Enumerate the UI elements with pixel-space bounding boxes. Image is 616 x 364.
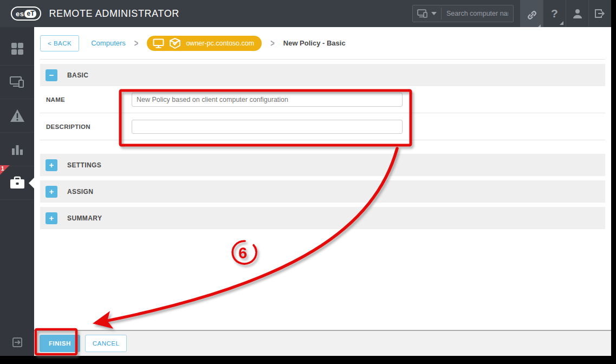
- bar-chart-icon: [10, 143, 24, 156]
- sidebar-collapse-button[interactable]: [0, 336, 34, 348]
- help-icon: ?: [551, 7, 558, 20]
- collapse-panel-icon: [11, 336, 23, 348]
- section-settings-label: SETTINGS: [67, 161, 101, 169]
- warning-triangle-icon: [9, 108, 25, 123]
- sidebar-item-admin[interactable]: 1: [0, 166, 34, 200]
- sidebar-item-computers[interactable]: [0, 66, 34, 99]
- description-row: DESCRIPTION: [40, 113, 605, 140]
- sidebar-item-threats[interactable]: [0, 99, 34, 133]
- dashboard-grid-icon: [10, 42, 24, 56]
- app-title: REMOTE ADMINISTRATOR: [49, 8, 179, 20]
- collapse-section-button[interactable]: −: [46, 69, 57, 81]
- dropdown-corner-icon: [560, 21, 563, 25]
- section-settings-header[interactable]: + SETTINGS: [40, 154, 605, 176]
- section-assign-header[interactable]: + ASSIGN: [40, 180, 605, 203]
- notification-badge: 1: [0, 165, 13, 179]
- section-basic-label: BASIC: [67, 72, 88, 79]
- computer-badge-name: owner-pc.contoso.com: [186, 40, 254, 47]
- app-window: eseT REMOTE ADMINISTRATOR: [0, 0, 616, 364]
- search-filter-dropdown[interactable]: [413, 9, 441, 18]
- section-summary-header[interactable]: + SUMMARY: [40, 207, 605, 229]
- active-item-caret: [29, 178, 34, 188]
- finish-button[interactable]: FINISH: [40, 335, 80, 352]
- divider: [40, 59, 605, 60]
- eset-logo-text: es: [16, 10, 24, 18]
- sidebar-item-dashboard[interactable]: [0, 32, 34, 66]
- page-title: New Policy - Basic: [283, 39, 346, 47]
- breadcrumb-computers-link[interactable]: Computers: [91, 39, 126, 47]
- description-label: DESCRIPTION: [46, 123, 132, 130]
- help-button[interactable]: ?: [543, 0, 566, 27]
- computer-search: [412, 5, 514, 22]
- section-assign-label: ASSIGN: [67, 188, 93, 196]
- top-bar: eseT REMOTE ADMINISTRATOR: [0, 0, 611, 27]
- computers-icon: [9, 75, 25, 89]
- policy-description-input[interactable]: [132, 120, 403, 134]
- logout-button[interactable]: [588, 0, 611, 27]
- user-menu-button[interactable]: [566, 0, 588, 27]
- wizard-footer: FINISH CANCEL: [34, 330, 611, 356]
- main-content: < BACK Computers >: [34, 27, 611, 356]
- breadcrumb: < BACK Computers >: [34, 27, 611, 59]
- caret-down-icon: [431, 12, 437, 15]
- expand-section-button[interactable]: +: [46, 186, 57, 198]
- computer-badge[interactable]: owner-pc.contoso.com: [147, 36, 262, 51]
- quick-links-button[interactable]: [520, 0, 543, 30]
- expand-section-button[interactable]: +: [46, 159, 57, 171]
- cancel-button[interactable]: CANCEL: [85, 335, 127, 352]
- section-summary-label: SUMMARY: [67, 214, 102, 222]
- policy-name-input[interactable]: [132, 93, 403, 107]
- eset-logo: eseT: [11, 6, 41, 21]
- chevron-right-icon: >: [270, 37, 275, 49]
- search-input[interactable]: [442, 10, 513, 17]
- user-icon: [572, 8, 583, 19]
- section-basic-header[interactable]: − BASIC: [40, 64, 605, 86]
- sidebar-item-reports[interactable]: [0, 133, 34, 166]
- logout-icon: [594, 8, 606, 19]
- chevron-right-icon: >: [134, 37, 139, 49]
- sidebar: 1: [0, 27, 34, 356]
- monitor-icon: [153, 38, 164, 48]
- link-icon: [526, 9, 538, 21]
- name-label: NAME: [46, 96, 132, 103]
- name-row: NAME: [40, 86, 605, 113]
- expand-section-button[interactable]: +: [46, 212, 57, 224]
- devices-icon: [417, 9, 429, 18]
- back-button[interactable]: < BACK: [40, 35, 79, 51]
- package-check-icon: [169, 38, 181, 49]
